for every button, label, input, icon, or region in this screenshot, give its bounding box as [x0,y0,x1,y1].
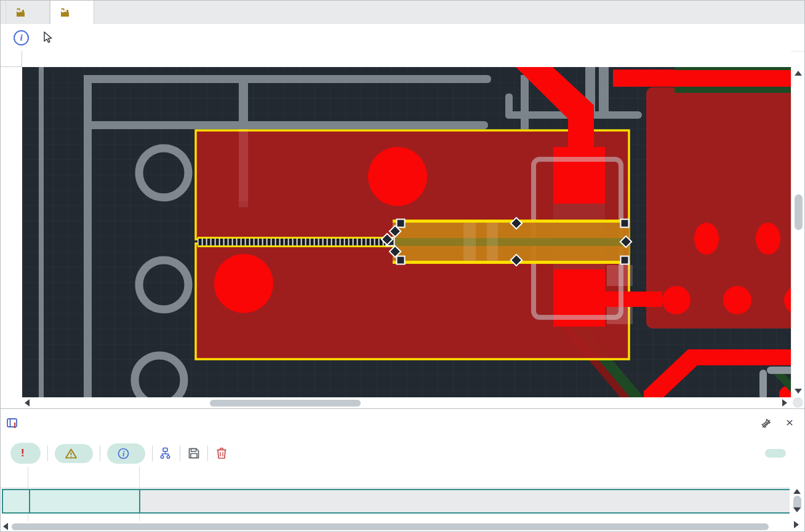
scroll-up-arrow[interactable] [795,71,802,76]
tree-icon [160,447,172,459]
select-cursor-icon[interactable] [41,31,54,44]
canvas-vertical-scrollbar[interactable] [791,67,805,397]
info-icon: i [118,448,129,459]
horizontal-scroll-thumb[interactable] [12,523,769,530]
error-list-panel: ! × ! [1,408,804,532]
scroll-down-arrow[interactable] [795,389,802,394]
table-vertical-scrollbar[interactable] [790,488,804,521]
scroll-left-arrow[interactable] [3,523,8,530]
pad-square-top[interactable] [553,147,605,204]
vertical-scroll-thumb[interactable] [795,194,803,230]
selected-trace[interactable] [393,220,630,264]
silk-bracket-v [759,370,767,397]
error-severity-cell [3,490,29,512]
scroll-right-arrow[interactable] [794,521,799,528]
scrollbar-corner [791,397,805,408]
panel-view-toggles [765,440,795,467]
table-horizontal-scrollbar[interactable] [1,521,791,532]
error-table-header [1,467,804,488]
panel-header: ! × [1,409,804,440]
last-check-toggle[interactable] [792,449,795,458]
handle-square[interactable] [621,220,629,228]
pad-outline [607,307,633,324]
scroll-left-arrow[interactable] [25,399,30,407]
clear-errors-button[interactable] [215,447,228,460]
pad-circle-lower[interactable] [214,254,273,313]
save-report-button[interactable] [187,447,201,460]
handle-square[interactable] [397,256,405,264]
selected-thin-trace[interactable] [198,237,393,247]
document-tabbar [1,1,804,25]
silk-overlay-stripe [239,130,248,207]
warnings-filter-button[interactable] [55,444,93,463]
oval-pad[interactable] [756,223,780,255]
separator [180,445,180,461]
scroll-up-arrow[interactable] [793,489,801,494]
panel-close-icon[interactable]: × [786,415,793,430]
round-pad[interactable] [662,286,691,314]
tab-board-control[interactable] [6,1,50,24]
error-icon: ! [21,447,25,459]
horizontal-scroll-thumb[interactable] [210,400,361,407]
pcb-document-icon [59,7,70,17]
pcb-drawing [22,67,791,397]
separator [100,445,100,461]
handle-square[interactable] [621,256,629,264]
separator [47,445,48,461]
horizontal-ruler [22,51,791,67]
error-list-icon: ! [7,418,19,429]
pcb-canvas[interactable] [22,67,791,397]
round-pad[interactable] [723,286,751,314]
current-editor-toggle[interactable] [765,449,786,458]
oval-pad[interactable] [694,223,719,255]
svg-text:i: i [122,450,125,458]
tab-can-bus-scanner[interactable] [50,1,94,24]
ruler-unit-label [1,51,22,67]
errors-filter-button[interactable]: ! [10,443,41,464]
pcb-document-icon [15,7,26,17]
svg-text:!: ! [14,421,16,429]
scroll-down-arrow[interactable] [793,507,801,512]
error-type-cell [29,490,139,512]
panel-toolbar: ! i [1,440,804,467]
editor-toolbar: i [1,24,804,52]
scroll-right-arrow[interactable] [782,399,787,407]
separator [152,445,153,461]
trash-icon [216,447,227,459]
trace-to-round-pad[interactable] [605,292,662,307]
pad-outline [607,265,633,286]
pad-circle-upper[interactable] [368,147,427,206]
error-description-cell [139,490,795,512]
canvas-horizontal-scrollbar[interactable] [22,397,791,408]
separator [207,445,208,461]
pcb-editor-window: i [0,0,805,532]
save-icon [188,447,200,459]
handle-square[interactable] [397,220,405,228]
corner-widget[interactable] [793,397,803,408]
group-tree-button[interactable] [159,447,173,460]
error-table-row-selected[interactable] [2,489,796,514]
trace-top-right[interactable] [613,69,791,87]
info-icon[interactable]: i [14,30,29,46]
messages-filter-button[interactable]: i [107,443,145,464]
unpin-icon[interactable] [760,418,772,430]
silk-bracket-h [767,367,791,374]
vertical-ruler [1,67,22,397]
warning-icon [65,448,77,459]
